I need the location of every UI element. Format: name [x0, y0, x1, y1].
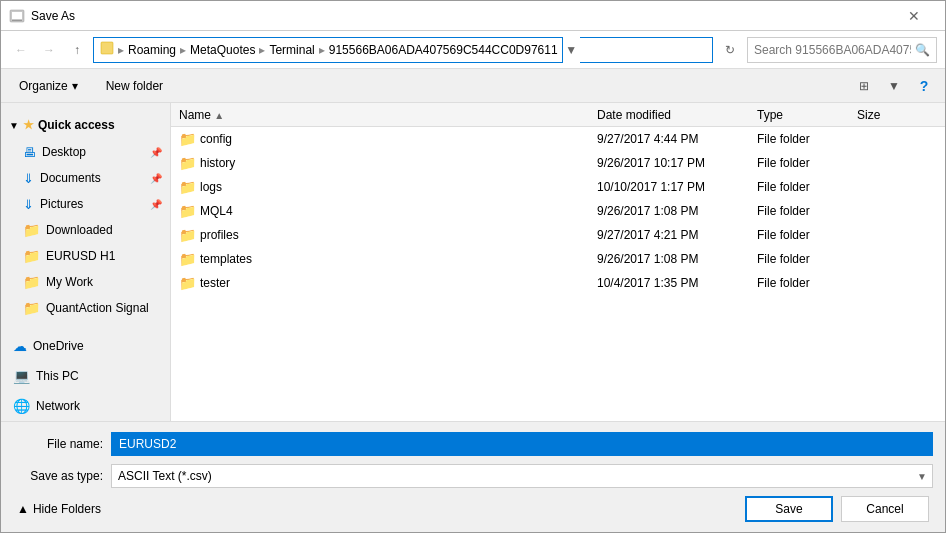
table-row[interactable]: 📁 MQL4 9/26/2017 1:08 PM File folder: [171, 199, 945, 223]
main-content: ▼ ★ Quick access 🖶 Desktop 📌 ⇓ Documents…: [1, 103, 945, 421]
quick-access-label: Quick access: [38, 118, 115, 132]
folder-icon: 📁: [179, 131, 196, 147]
sidebar-item-documents[interactable]: ⇓ Documents 📌: [1, 165, 170, 191]
file-name: profiles: [200, 228, 597, 242]
quick-access-arrow-icon: ▼: [9, 120, 19, 131]
filename-input[interactable]: [111, 432, 933, 456]
sidebar-downloaded-label: Downloaded: [46, 223, 113, 237]
file-date: 9/26/2017 1:08 PM: [597, 204, 757, 218]
column-date-header[interactable]: Date modified: [597, 108, 757, 122]
address-bar: ← → ↑ ▸ Roaming ▸ MetaQuotes ▸ Terminal …: [1, 31, 945, 69]
network-icon: 🌐: [13, 398, 30, 414]
file-list: Name ▲ Date modified Type Size 📁 config …: [171, 103, 945, 421]
back-button[interactable]: ←: [9, 38, 33, 62]
sidebar-item-mywork[interactable]: 📁 My Work: [1, 269, 170, 295]
folder-icon: 📁: [179, 251, 196, 267]
sidebar-pictures-label: Pictures: [40, 197, 83, 211]
eurusd-folder-icon: 📁: [23, 248, 40, 264]
column-type-header[interactable]: Type: [757, 108, 857, 122]
cancel-button[interactable]: Cancel: [841, 496, 929, 522]
file-type: File folder: [757, 180, 857, 194]
sidebar-desktop-label: Desktop: [42, 145, 86, 159]
sidebar-item-thispc[interactable]: 💻 This PC: [1, 363, 170, 389]
column-size-header[interactable]: Size: [857, 108, 937, 122]
file-type: File folder: [757, 132, 857, 146]
table-row[interactable]: 📁 logs 10/10/2017 1:17 PM File folder: [171, 175, 945, 199]
mywork-folder-icon: 📁: [23, 274, 40, 290]
view-button[interactable]: ⊞: [851, 74, 877, 98]
sidebar-thispc-label: This PC: [36, 369, 79, 383]
hide-folders-button[interactable]: ▲ Hide Folders: [17, 502, 101, 516]
table-row[interactable]: 📁 tester 10/4/2017 1:35 PM File folder: [171, 271, 945, 295]
sidebar-mywork-label: My Work: [46, 275, 93, 289]
sidebar-item-onedrive[interactable]: ☁ OneDrive: [1, 333, 170, 359]
breadcrumb-guid[interactable]: 915566BA06ADA407569C544CC0D97611: [329, 43, 558, 57]
toolbar-right: ⊞ ▼ ?: [851, 74, 937, 98]
saveas-select-wrapper: ASCII Text (*.csv) ▼: [111, 464, 933, 488]
sidebar-item-network[interactable]: 🌐 Network: [1, 393, 170, 419]
file-type: File folder: [757, 252, 857, 266]
toolbar: Organize ▾ New folder ⊞ ▼ ?: [1, 69, 945, 103]
table-row[interactable]: 📁 config 9/27/2017 4:44 PM File folder: [171, 127, 945, 151]
sidebar-eurusd-label: EURUSD H1: [46, 249, 115, 263]
sidebar-item-quantaction[interactable]: 📁 QuantAction Signal: [1, 295, 170, 321]
sidebar-network-label: Network: [36, 399, 80, 413]
file-date: 9/27/2017 4:44 PM: [597, 132, 757, 146]
address-dropdown-button[interactable]: ▼: [562, 37, 580, 63]
svg-rect-3: [101, 42, 113, 54]
folder-icon: 📁: [179, 203, 196, 219]
sidebar: ▼ ★ Quick access 🖶 Desktop 📌 ⇓ Documents…: [1, 103, 171, 421]
forward-button[interactable]: →: [37, 38, 61, 62]
organize-label: Organize: [19, 79, 68, 93]
svg-rect-1: [12, 12, 22, 19]
sidebar-quantaction-label: QuantAction Signal: [46, 301, 149, 315]
svg-rect-2: [12, 20, 22, 21]
file-type: File folder: [757, 204, 857, 218]
up-button[interactable]: ↑: [65, 38, 89, 62]
file-type: File folder: [757, 276, 857, 290]
filename-label: File name:: [13, 437, 103, 451]
search-box: 🔍: [747, 37, 937, 63]
sidebar-item-eurusd[interactable]: 📁 EURUSD H1: [1, 243, 170, 269]
refresh-button[interactable]: ↻: [717, 37, 743, 63]
sidebar-item-downloaded[interactable]: 📁 Downloaded: [1, 217, 170, 243]
table-row[interactable]: 📁 history 9/26/2017 10:17 PM File folder: [171, 151, 945, 175]
file-name: config: [200, 132, 597, 146]
view-dropdown-button[interactable]: ▼: [881, 74, 907, 98]
downloaded-folder-icon: 📁: [23, 222, 40, 238]
close-button[interactable]: ✕: [891, 1, 937, 31]
bottom-bar: File name: Save as type: ASCII Text (*.c…: [1, 421, 945, 532]
breadcrumb-terminal[interactable]: Terminal: [269, 43, 314, 57]
quick-access-header[interactable]: ▼ ★ Quick access: [1, 111, 170, 139]
sidebar-onedrive-label: OneDrive: [33, 339, 84, 353]
table-row[interactable]: 📁 templates 9/26/2017 1:08 PM File folde…: [171, 247, 945, 271]
pin-icon: 📌: [150, 173, 162, 184]
file-name: logs: [200, 180, 597, 194]
file-name: history: [200, 156, 597, 170]
button-row: ▲ Hide Folders Save Cancel: [13, 496, 933, 522]
pin-icon: 📌: [150, 199, 162, 210]
table-row[interactable]: 📁 profiles 9/27/2017 4:21 PM File folder: [171, 223, 945, 247]
sidebar-item-pictures[interactable]: ⇓ Pictures 📌: [1, 191, 170, 217]
quantaction-folder-icon: 📁: [23, 300, 40, 316]
new-folder-button[interactable]: New folder: [96, 73, 173, 99]
file-name: MQL4: [200, 204, 597, 218]
help-button[interactable]: ?: [911, 74, 937, 98]
file-list-header: Name ▲ Date modified Type Size: [171, 103, 945, 127]
saveas-select[interactable]: ASCII Text (*.csv): [111, 464, 933, 488]
dialog-icon: [9, 8, 25, 24]
breadcrumb-metaquotes[interactable]: MetaQuotes: [190, 43, 255, 57]
saveas-row: Save as type: ASCII Text (*.csv) ▼: [13, 464, 933, 488]
save-button[interactable]: Save: [745, 496, 833, 522]
documents-icon: ⇓: [23, 171, 34, 186]
dialog-title: Save As: [31, 9, 891, 23]
address-path: ▸ Roaming ▸ MetaQuotes ▸ Terminal ▸ 9155…: [93, 37, 713, 63]
save-as-dialog: Save As ✕ ← → ↑ ▸ Roaming ▸ MetaQuotes ▸…: [0, 0, 946, 533]
breadcrumb-roaming[interactable]: Roaming: [128, 43, 176, 57]
organize-button[interactable]: Organize ▾: [9, 73, 88, 99]
sidebar-item-desktop[interactable]: 🖶 Desktop 📌: [1, 139, 170, 165]
file-name: tester: [200, 276, 597, 290]
search-input[interactable]: [754, 43, 911, 57]
column-name-header[interactable]: Name ▲: [179, 108, 597, 122]
file-date: 10/4/2017 1:35 PM: [597, 276, 757, 290]
